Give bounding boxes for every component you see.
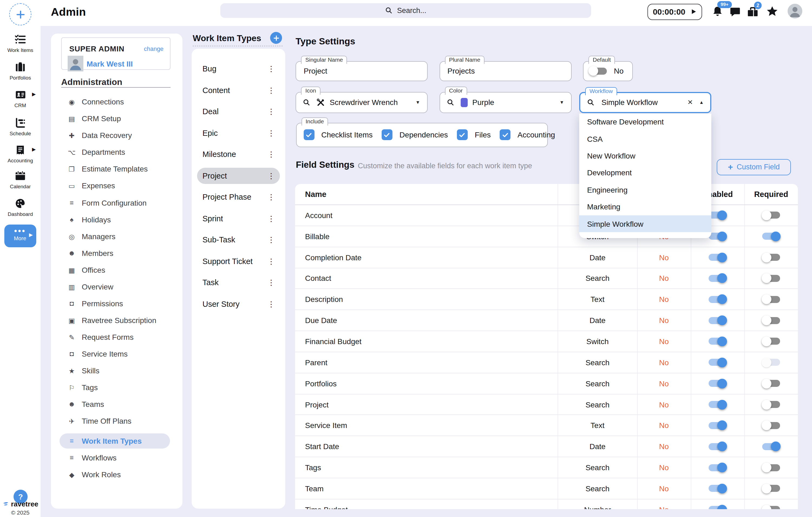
- kebab-menu-icon[interactable]: ⋮: [267, 235, 275, 244]
- sidebar-item-skills[interactable]: ★ Skills: [60, 363, 170, 378]
- default-toggle[interactable]: [589, 68, 607, 75]
- required-toggle[interactable]: [762, 464, 780, 471]
- work-item-type-user-story[interactable]: User Story ⋮: [197, 296, 280, 312]
- required-toggle[interactable]: [762, 275, 780, 282]
- required-toggle[interactable]: [762, 443, 780, 450]
- user-name-link[interactable]: Mark West III: [87, 60, 133, 68]
- required-toggle[interactable]: [762, 506, 780, 509]
- required-toggle[interactable]: [762, 422, 780, 429]
- checkbox-checked[interactable]: [382, 130, 393, 141]
- required-toggle[interactable]: [762, 359, 780, 366]
- sidebar-item-offices[interactable]: ▦ Offices: [60, 263, 170, 278]
- custom-field-button[interactable]: + Custom Field: [717, 159, 791, 175]
- sidebar-item-expenses[interactable]: ▭ Expenses: [60, 178, 170, 193]
- sidebar-item-form-configuration[interactable]: ≡ Form Configuration: [60, 195, 170, 211]
- sidebar-item-data-recovery[interactable]: ✚ Data Recovery: [60, 128, 170, 143]
- enabled-toggle[interactable]: [708, 401, 726, 408]
- sidebar-item-request-forms[interactable]: ✎ Request Forms: [60, 330, 170, 345]
- enabled-toggle[interactable]: [708, 233, 726, 240]
- checkbox-checked[interactable]: [500, 130, 511, 141]
- icon-select[interactable]: Icon Screwdriver Wrench ▼: [296, 92, 428, 113]
- kebab-menu-icon[interactable]: ⋮: [267, 257, 275, 265]
- rail-item-schedule[interactable]: Schedule: [0, 117, 40, 136]
- enabled-toggle[interactable]: [708, 296, 726, 303]
- work-item-type-sprint[interactable]: Sprint ⋮: [197, 210, 280, 226]
- workflow-option-simple-workflow[interactable]: Simple Workflow: [579, 215, 711, 233]
- enabled-toggle[interactable]: [708, 380, 726, 387]
- checkbox-checked[interactable]: [457, 130, 468, 141]
- enabled-toggle[interactable]: [708, 359, 726, 366]
- required-toggle[interactable]: [762, 338, 780, 345]
- rail-item-work-items[interactable]: Work Items: [0, 34, 40, 53]
- sidebar-item-overview[interactable]: ▥ Overview: [60, 279, 170, 294]
- required-toggle[interactable]: [762, 485, 780, 492]
- required-toggle[interactable]: [762, 254, 780, 261]
- enabled-toggle[interactable]: [708, 317, 726, 324]
- required-toggle[interactable]: [762, 233, 780, 240]
- enabled-toggle[interactable]: [708, 422, 726, 429]
- work-item-type-sub-task[interactable]: Sub-Task ⋮: [197, 232, 280, 248]
- plural-name-field[interactable]: Plural Name Projects: [439, 61, 572, 81]
- workflow-select[interactable]: Workflow Simple Workflow × ▲: [579, 92, 711, 113]
- kebab-menu-icon[interactable]: ⋮: [267, 214, 275, 223]
- sidebar-item-members[interactable]: ☻ Members: [60, 246, 170, 261]
- sidebar-item-departments[interactable]: ⌥ Departments: [60, 145, 170, 160]
- work-item-type-project-phase[interactable]: Project Phase ⋮: [197, 189, 280, 205]
- sidebar-item-holidays[interactable]: ♠ Holidays: [60, 212, 170, 227]
- work-item-type-project[interactable]: Project ⋮: [197, 168, 280, 184]
- checkbox-checked[interactable]: [303, 130, 314, 141]
- work-item-type-milestone[interactable]: Milestone ⋮: [197, 146, 280, 162]
- rail-item-calendar[interactable]: Calendar: [0, 170, 40, 189]
- required-toggle[interactable]: [762, 317, 780, 324]
- sidebar-item-connections[interactable]: ◉ Connections: [60, 94, 170, 109]
- enabled-toggle[interactable]: [708, 338, 726, 345]
- work-item-type-bug[interactable]: Bug ⋮: [197, 61, 280, 77]
- timer-button[interactable]: 00:00:00: [647, 3, 702, 20]
- required-toggle[interactable]: [762, 296, 780, 303]
- create-new-button[interactable]: [9, 3, 31, 25]
- work-item-type-deal[interactable]: Deal ⋮: [197, 103, 280, 120]
- workflow-option-engineering[interactable]: Engineering: [579, 181, 711, 198]
- work-item-type-support-ticket[interactable]: Support Ticket ⋮: [197, 253, 280, 269]
- enabled-toggle[interactable]: [708, 254, 726, 261]
- enabled-toggle[interactable]: [708, 464, 726, 471]
- enabled-toggle[interactable]: [708, 485, 726, 492]
- sidebar-item-ravetree-subscription[interactable]: ▣ Ravetree Subscription: [60, 313, 170, 328]
- color-select[interactable]: Color Purple ▼: [439, 92, 572, 113]
- sidebar-item-estimate-templates[interactable]: ❐ Estimate Templates: [60, 161, 170, 176]
- sidebar-item-service-items[interactable]: ◘ Service Items: [60, 346, 170, 361]
- workflow-option-marketing[interactable]: Marketing: [579, 198, 711, 215]
- sidebar-item-crm-setup[interactable]: ▤ CRM Setup: [60, 111, 170, 126]
- rail-item-dashboard[interactable]: Dashboard: [0, 197, 40, 217]
- work-item-type-task[interactable]: Task ⋮: [197, 274, 280, 291]
- rail-item-crm[interactable]: CRM ▶: [0, 89, 40, 108]
- kebab-menu-icon[interactable]: ⋮: [267, 150, 275, 158]
- kebab-menu-icon[interactable]: ⋮: [267, 86, 275, 94]
- messages-button[interactable]: [729, 6, 742, 19]
- rail-item-portfolios[interactable]: Portfolios: [0, 61, 40, 81]
- enabled-toggle[interactable]: [708, 506, 726, 509]
- sidebar-item-managers[interactable]: ◎ Managers: [60, 229, 170, 244]
- sidebar-item-teams[interactable]: ☻ Teams: [60, 397, 170, 412]
- kebab-menu-icon[interactable]: ⋮: [267, 64, 275, 73]
- favorites-button[interactable]: [765, 5, 779, 19]
- kebab-menu-icon[interactable]: ⋮: [267, 171, 275, 180]
- required-toggle[interactable]: [762, 380, 780, 387]
- kebab-menu-icon[interactable]: ⋮: [267, 193, 275, 201]
- sidebar-item-permissions[interactable]: ◘ Permissions: [60, 296, 170, 311]
- rail-item-accounting[interactable]: Accounting ▶: [0, 144, 40, 163]
- required-toggle[interactable]: [762, 401, 780, 408]
- workflow-option-development[interactable]: Development: [579, 164, 711, 181]
- sidebar-item-work-roles[interactable]: ◆ Work Roles: [60, 467, 170, 482]
- singular-name-field[interactable]: Singular Name Project: [296, 61, 428, 81]
- sidebar-item-time-off-plans[interactable]: ✈ Time Off Plans: [60, 414, 170, 429]
- kebab-menu-icon[interactable]: ⋮: [267, 278, 275, 287]
- kebab-menu-icon[interactable]: ⋮: [267, 300, 275, 308]
- enabled-toggle[interactable]: [708, 443, 726, 450]
- more-button[interactable]: ••• More ▶: [4, 224, 36, 247]
- kebab-menu-icon[interactable]: ⋮: [267, 107, 275, 116]
- workflow-option-new-workflow[interactable]: New Workflow: [579, 147, 711, 164]
- work-item-type-epic[interactable]: Epic ⋮: [197, 125, 280, 141]
- kebab-menu-icon[interactable]: ⋮: [267, 128, 275, 137]
- sidebar-item-workflows[interactable]: ≡ Workflows: [60, 450, 170, 465]
